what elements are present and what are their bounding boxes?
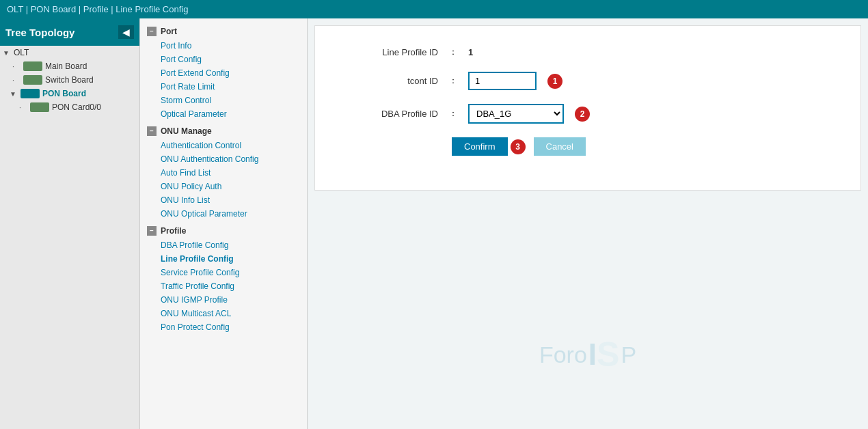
sidebar-collapse-button[interactable]: ◀ bbox=[118, 25, 134, 39]
sidebar-item-switch-board-label: Switch Board bbox=[45, 75, 94, 85]
sidebar-title: Tree Topology ◀ bbox=[0, 18, 139, 46]
nav-section-profile-label: Profile bbox=[161, 226, 186, 236]
line-profile-id-row: Line Profile ID ： 1 bbox=[342, 46, 833, 58]
tcont-id-input[interactable] bbox=[468, 72, 537, 90]
content-area: Line Profile ID ： 1 tcont ID ： 1 DBA Pro… bbox=[308, 18, 868, 429]
main-board-icon bbox=[23, 61, 42, 71]
nav-section-profile: − Profile DBA Profile Config Line Profil… bbox=[140, 223, 307, 334]
form-panel: Line Profile ID ： 1 tcont ID ： 1 DBA Pro… bbox=[314, 25, 861, 191]
pon-card-icon bbox=[30, 102, 49, 112]
nav-item-onu-policy-auth[interactable]: ONU Policy Auth bbox=[140, 180, 307, 193]
expand-olt-icon[interactable]: ▼ bbox=[3, 49, 10, 57]
sidebar-item-pon-board-label: PON Board bbox=[42, 89, 86, 98]
nav-section-onu-manage-label: ONU Manage bbox=[161, 126, 212, 136]
watermark: ForoISP bbox=[539, 335, 636, 374]
badge-1: 1 bbox=[547, 74, 562, 89]
nav-item-onu-optical-parameter[interactable]: ONU Optical Parameter bbox=[140, 207, 307, 221]
profile-collapse-icon[interactable]: − bbox=[147, 226, 157, 236]
page-header: OLT | PON Board | Profile | Line Profile… bbox=[0, 0, 868, 18]
sidebar-title-text: Tree Topology bbox=[5, 27, 74, 38]
expand-main-board-icon: · bbox=[12, 63, 19, 70]
nav-item-port-extend-config[interactable]: Port Extend Config bbox=[140, 66, 307, 80]
expand-switch-board-icon: · bbox=[12, 77, 19, 84]
nav-item-port-info[interactable]: Port Info bbox=[140, 39, 307, 53]
nav-item-dba-profile-config[interactable]: DBA Profile Config bbox=[140, 238, 307, 252]
dba-profile-id-colon: ： bbox=[449, 108, 457, 120]
line-profile-id-colon: ： bbox=[449, 46, 457, 58]
port-collapse-icon[interactable]: − bbox=[147, 27, 157, 36]
sidebar-item-pon-card-label: PON Card0/0 bbox=[52, 102, 101, 112]
nav-section-profile-header[interactable]: − Profile bbox=[140, 223, 307, 238]
nav-item-onu-multicast-acl[interactable]: ONU Multicast ACL bbox=[140, 307, 307, 320]
sidebar-item-olt[interactable]: ▼ OLT bbox=[0, 46, 139, 59]
nav-item-port-rate-limit[interactable]: Port Rate Limit bbox=[140, 80, 307, 94]
badge-2: 2 bbox=[575, 107, 590, 122]
badge-3: 3 bbox=[511, 139, 526, 154]
nav-item-pon-protect-config[interactable]: Pon Protect Config bbox=[140, 320, 307, 334]
nav-section-port: − Port Port Info Port Config Port Extend… bbox=[140, 24, 307, 121]
nav-section-onu-manage-header[interactable]: − ONU Manage bbox=[140, 124, 307, 139]
nav-item-onu-igmp-profile[interactable]: ONU IGMP Profile bbox=[140, 293, 307, 307]
sidebar-item-main-board[interactable]: · Main Board bbox=[0, 59, 139, 73]
switch-board-icon bbox=[23, 75, 42, 85]
buttons-row: Confirm 3 Cancel bbox=[452, 137, 833, 156]
nav-item-authentication-control[interactable]: Authentication Control bbox=[140, 139, 307, 152]
breadcrumb: OLT | PON Board | Profile | Line Profile… bbox=[7, 4, 188, 14]
cancel-button[interactable]: Cancel bbox=[534, 137, 586, 156]
onu-manage-collapse-icon[interactable]: − bbox=[147, 126, 157, 136]
sidebar-item-pon-card[interactable]: · PON Card0/0 bbox=[0, 100, 139, 114]
tcont-id-colon: ： bbox=[449, 75, 457, 87]
nav-item-onu-authentication-config[interactable]: ONU Authentication Config bbox=[140, 152, 307, 166]
tcont-id-label: tcont ID bbox=[342, 76, 438, 86]
nav-item-line-profile-config[interactable]: Line Profile Config bbox=[140, 252, 307, 266]
sidebar-item-olt-label: OLT bbox=[14, 48, 29, 57]
nav-item-port-config[interactable]: Port Config bbox=[140, 53, 307, 66]
dba-profile-id-label: DBA Profile ID bbox=[342, 109, 438, 119]
nav-section-port-label: Port bbox=[161, 27, 177, 36]
expand-pon-board-icon[interactable]: ▼ bbox=[10, 90, 16, 98]
sidebar-item-main-board-label: Main Board bbox=[45, 61, 87, 71]
nav-item-optical-parameter[interactable]: Optical Parameter bbox=[140, 107, 307, 121]
tcont-id-row: tcont ID ： 1 bbox=[342, 72, 833, 90]
line-profile-id-value: 1 bbox=[468, 47, 473, 57]
nav-item-service-profile-config[interactable]: Service Profile Config bbox=[140, 266, 307, 279]
nav-item-traffic-profile-config[interactable]: Traffic Profile Config bbox=[140, 279, 307, 293]
pon-board-icon bbox=[21, 89, 40, 98]
middle-nav: − Port Port Info Port Config Port Extend… bbox=[140, 18, 308, 429]
nav-section-port-header[interactable]: − Port bbox=[140, 24, 307, 39]
sidebar: Tree Topology ◀ ▼ OLT · Main Board · Swi… bbox=[0, 18, 140, 429]
confirm-button[interactable]: Confirm bbox=[452, 137, 508, 156]
nav-item-storm-control[interactable]: Storm Control bbox=[140, 94, 307, 107]
expand-pon-card-icon: · bbox=[19, 104, 26, 111]
nav-item-onu-info-list[interactable]: ONU Info List bbox=[140, 193, 307, 207]
nav-item-auto-find-list[interactable]: Auto Find List bbox=[140, 166, 307, 180]
dba-profile-id-row: DBA Profile ID ： DBA_1G DBA_512M DBA_256… bbox=[342, 104, 833, 124]
sidebar-item-pon-board[interactable]: ▼ PON Board bbox=[0, 87, 139, 100]
sidebar-item-switch-board[interactable]: · Switch Board bbox=[0, 73, 139, 87]
line-profile-id-label: Line Profile ID bbox=[342, 47, 438, 57]
nav-section-onu-manage: − ONU Manage Authentication Control ONU … bbox=[140, 124, 307, 221]
dba-profile-id-select[interactable]: DBA_1G DBA_512M DBA_256M DBA_128M bbox=[468, 104, 564, 124]
